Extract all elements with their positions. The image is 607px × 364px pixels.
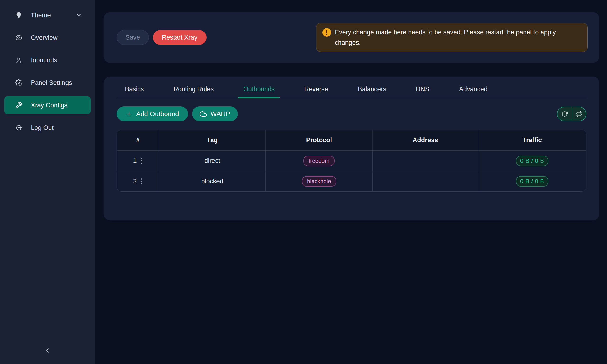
add-outbound-label: Add Outbound: [136, 110, 179, 118]
tab-routing-rules[interactable]: Routing Rules: [173, 86, 214, 98]
xray-config-card: Basics Routing Rules Outbounds Reverse B…: [104, 77, 599, 221]
user-icon: [15, 56, 23, 64]
col-header-traffic: Traffic: [478, 130, 586, 151]
refresh-icon: [561, 111, 568, 117]
theme-selector[interactable]: Theme: [4, 6, 91, 24]
sidebar: Theme Overview Inbounds: [0, 0, 95, 364]
plus-icon: [126, 111, 132, 117]
warp-label: WARP: [211, 110, 230, 118]
vertical-dots-icon[interactable]: [140, 178, 143, 185]
address-cell: [373, 171, 478, 192]
sidebar-item-overview[interactable]: Overview: [4, 29, 91, 47]
tab-balancers[interactable]: Balancers: [358, 86, 386, 98]
refresh-button-group: [557, 107, 586, 121]
row-number: 2: [133, 178, 137, 185]
table-row: 2 blocked blackhole 0 B / 0 B: [117, 171, 586, 192]
vertical-dots-icon[interactable]: [140, 157, 143, 165]
lightbulb-icon: [15, 11, 23, 19]
col-header-address: Address: [373, 130, 478, 151]
toolbar-card: Save Restart Xray ! Every change made he…: [104, 12, 599, 63]
tag-cell: blocked: [159, 171, 265, 192]
col-header-protocol: Protocol: [265, 130, 372, 151]
repeat-icon: [576, 111, 582, 117]
warp-button[interactable]: WARP: [192, 106, 238, 121]
outbounds-actions-row: Add Outbound WARP: [117, 106, 586, 121]
tab-reverse[interactable]: Reverse: [304, 86, 328, 98]
main-content: Save Restart Xray ! Every change made he…: [95, 0, 607, 364]
config-tabs: Basics Routing Rules Outbounds Reverse B…: [117, 77, 586, 98]
add-outbound-button[interactable]: Add Outbound: [117, 106, 188, 121]
sidebar-item-xray-configs[interactable]: Xray Configs: [4, 96, 91, 114]
tab-advanced[interactable]: Advanced: [459, 86, 488, 98]
outbounds-table: # Tag Protocol Address Traffic 1: [117, 130, 586, 192]
traffic-badge: 0 B / 0 B: [516, 176, 548, 186]
chevron-left-icon: [44, 347, 51, 355]
protocol-badge: freedom: [303, 156, 335, 166]
sidebar-item-inbounds[interactable]: Inbounds: [4, 51, 91, 69]
gear-icon: [15, 79, 23, 87]
col-header-tag: Tag: [159, 130, 265, 151]
address-cell: [373, 151, 478, 171]
sidebar-item-panel-settings[interactable]: Panel Settings: [4, 74, 91, 92]
sidebar-item-log-out[interactable]: Log Out: [4, 119, 91, 137]
refresh-button[interactable]: [557, 107, 572, 121]
col-header-index: #: [117, 130, 159, 151]
table-row: 1 direct freedom 0 B / 0 B: [117, 151, 586, 171]
warning-icon: !: [322, 28, 331, 37]
sidebar-item-label: Overview: [31, 34, 58, 41]
alert-message: Every change made here needs to be saved…: [335, 27, 581, 48]
sidebar-item-label: Xray Configs: [31, 102, 67, 109]
theme-label: Theme: [31, 12, 51, 19]
sidebar-item-label: Panel Settings: [31, 79, 72, 87]
protocol-badge: blackhole: [302, 176, 336, 186]
tab-dns[interactable]: DNS: [416, 86, 429, 98]
tab-outbounds[interactable]: Outbounds: [243, 86, 275, 98]
restart-xray-button[interactable]: Restart Xray: [153, 30, 207, 45]
gauge-icon: [15, 34, 23, 42]
sidebar-collapse-button[interactable]: [40, 344, 54, 358]
wrench-icon: [15, 101, 23, 109]
table-header-row: # Tag Protocol Address Traffic: [117, 130, 586, 151]
sidebar-item-label: Log Out: [31, 124, 53, 131]
tab-basics[interactable]: Basics: [125, 86, 144, 98]
traffic-badge: 0 B / 0 B: [516, 156, 548, 166]
auto-refresh-button[interactable]: [572, 107, 586, 121]
row-number: 1: [133, 157, 137, 165]
save-button[interactable]: Save: [117, 30, 149, 45]
cloud-icon: [200, 110, 207, 117]
tag-cell: direct: [159, 151, 265, 171]
logout-icon: [15, 124, 23, 132]
chevron-down-icon: [76, 12, 82, 18]
sidebar-item-label: Inbounds: [31, 57, 57, 64]
restart-warning-alert: ! Every change made here needs to be sav…: [316, 23, 588, 52]
